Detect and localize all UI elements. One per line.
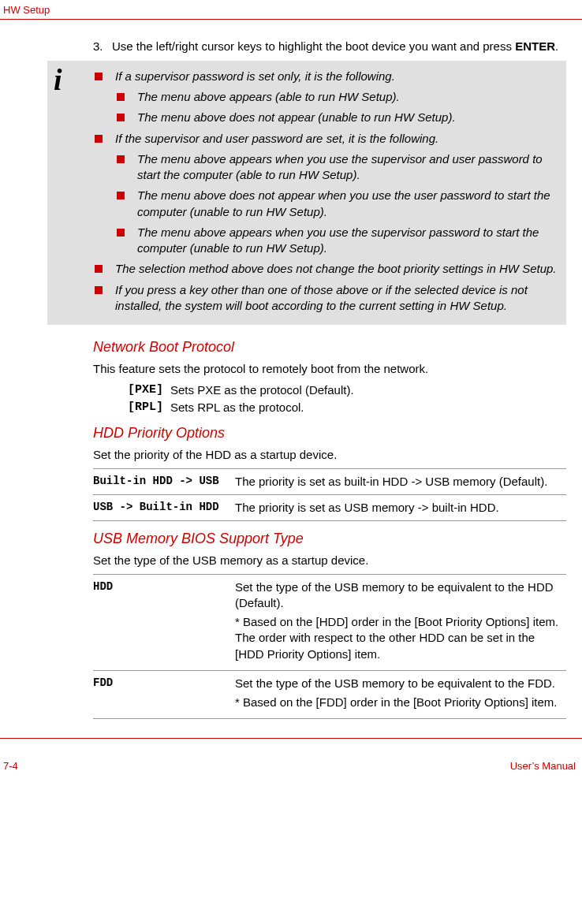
option-desc: The priority is set as USB memory -> bui… [235,500,566,516]
section-heading-net: Network Boot Protocol [93,337,566,356]
section-intro-hdd: Set the priority of the HDD as a startup… [93,447,566,463]
hdd-options-table: Built-in HDD -> USB The priority is set … [93,468,566,522]
bullet-icon [117,93,125,101]
note-item: The selection method above does not chan… [95,261,558,277]
note-text: The selection method above does not chan… [115,261,558,277]
table-row: HDD Set the type of the USB memory to be… [93,574,566,671]
protocol-label: [RPL] [128,400,170,415]
note-text: The menu above appears when you use the … [137,225,558,257]
bullet-icon [117,229,125,237]
note-item: The menu above does not appear (unable t… [117,110,558,125]
manual-label: User’s Manual [510,759,576,773]
bullet-icon [95,265,103,273]
note-item: If you press a key other than one of tho… [95,282,558,315]
table-row: Built-in HDD -> USB The priority is set … [93,468,566,495]
option-desc-note: * Based on the [HDD] order in the [Boot … [235,614,566,662]
note-item: If a supervisor password is set only, it… [95,69,558,84]
option-label: HDD [93,579,235,665]
note-item: The menu above appears when you use the … [117,225,558,257]
step-text-after: . [555,39,558,53]
note-text: The menu above appears (able to run HW S… [137,89,558,105]
step-text: Use the left/right cursor keys to highli… [112,39,558,54]
option-desc: The priority is set as built-in HDD -> U… [235,474,566,490]
bullet-icon [95,286,103,294]
note-text: The menu above does not appear (unable t… [137,110,558,125]
bullet-icon [117,114,125,121]
note-list: If a supervisor password is set only, it… [95,69,558,314]
bullet-icon [117,192,125,199]
step-text-before: Use the left/right cursor keys to highli… [112,39,515,53]
table-row: FDD Set the type of the USB memory to be… [93,671,566,720]
note-text: If a supervisor password is set only, it… [115,69,558,84]
info-note-block: i If a supervisor password is set only, … [47,61,566,325]
note-text: If you press a key other than one of tho… [115,282,558,315]
table-row: USB -> Built-in HDD The priority is set … [93,495,566,521]
protocol-row: [PXE] Sets PXE as the protocol (Default)… [128,382,566,398]
note-text: If the supervisor and user password are … [115,131,558,147]
option-desc-line: Set the type of the USB memory to be equ… [235,579,566,612]
step-number: 3. [93,39,112,54]
note-item: The menu above appears when you use the … [117,151,558,184]
info-icon: i [54,65,85,97]
option-desc: Set the type of the USB memory to be equ… [235,579,566,665]
numbered-step: 3. Use the left/right cursor keys to hig… [93,39,566,54]
option-desc: Set the type of the USB memory to be equ… [235,676,566,714]
option-label: FDD [93,676,235,714]
protocol-row: [RPL] Sets RPL as the protocol. [128,400,566,415]
bullet-icon [95,135,103,143]
bullet-icon [117,155,125,163]
protocol-label: [PXE] [128,382,170,398]
note-text: The menu above appears when you use the … [137,151,558,184]
option-label: USB -> Built-in HDD [93,500,235,516]
usb-options-table: HDD Set the type of the USB memory to be… [93,574,566,720]
option-desc-line: Set the type of the USB memory to be equ… [235,676,566,691]
section-intro-usb: Set the type of the USB memory as a star… [93,553,566,568]
content-area: 3. Use the left/right cursor keys to hig… [0,20,582,720]
note-item: If the supervisor and user password are … [95,131,558,147]
section-intro-net: This feature sets the protocol to remote… [93,361,566,377]
protocol-desc: Sets PXE as the protocol (Default). [170,382,354,398]
page-footer: 7-4 User’s Manual [0,740,582,778]
section-heading-hdd: HDD Priority Options [93,423,566,442]
note-item: The menu above does not appear when you … [117,188,558,220]
note-text: The menu above does not appear when you … [137,188,558,220]
page-header: HW Setup [0,0,582,17]
protocol-desc: Sets RPL as the protocol. [170,400,304,415]
footer-rule [0,738,582,739]
enter-key: ENTER [515,39,555,53]
section-heading-usb: USB Memory BIOS Support Type [93,529,566,548]
bullet-icon [95,73,103,80]
page-number: 7-4 [3,759,18,773]
option-desc-note: * Based on the [FDD] order in the [Boot … [235,695,566,710]
option-label: Built-in HDD -> USB [93,474,235,490]
note-item: The menu above appears (able to run HW S… [117,89,558,105]
